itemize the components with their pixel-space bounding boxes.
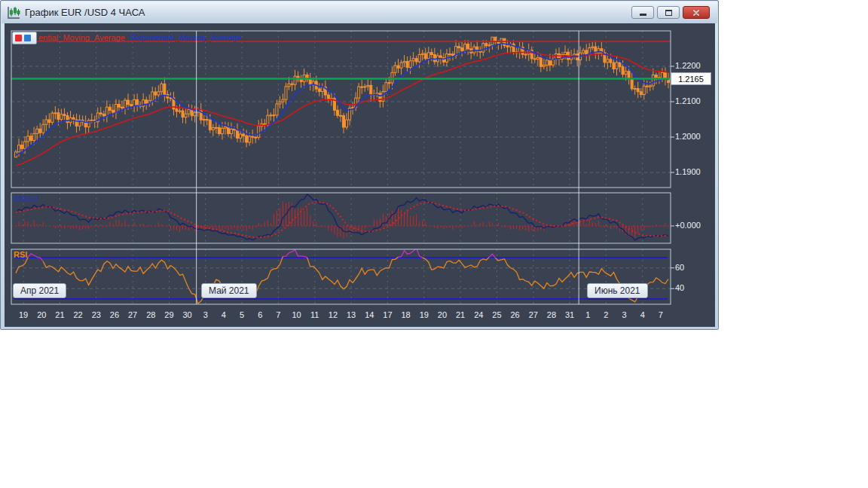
date-axis-label: 19 <box>19 310 28 319</box>
date-axis-label: 29 <box>164 310 173 319</box>
date-axis-label: 1 <box>585 310 590 319</box>
rsi-axis-label: 40 <box>675 283 684 292</box>
date-axis-label: 27 <box>529 310 538 319</box>
chart-client-area: ential_Moving_Average Exponential_Moving… <box>5 23 715 327</box>
candlestick-chart-icon <box>6 5 21 20</box>
window-title: График EUR /USD 4 ЧАСА <box>25 7 145 18</box>
minimize-button[interactable] <box>631 6 654 19</box>
ema-red-chip-icon <box>15 35 22 41</box>
date-axis-label: 18 <box>401 310 410 319</box>
date-axis-label: 10 <box>292 310 301 319</box>
date-axis-label: 27 <box>128 310 137 319</box>
date-axis-label: 23 <box>92 310 101 319</box>
date-axis-label: 11 <box>310 310 319 319</box>
close-button[interactable] <box>683 6 710 19</box>
date-axis-label: 5 <box>240 310 244 319</box>
indicator-legend: ential_Moving_Average Exponential_Moving… <box>38 33 241 42</box>
date-axis-label: 22 <box>73 310 82 319</box>
minimize-icon <box>640 14 646 16</box>
date-axis-label: 6 <box>258 310 262 319</box>
date-axis-label: 13 <box>347 310 356 319</box>
ema-red-label: ential_Moving_Average <box>38 33 125 42</box>
date-axis-label: 17 <box>383 310 392 319</box>
price-axis-label: 1.1900 <box>675 167 701 176</box>
date-axis-label: 19 <box>420 310 429 319</box>
date-axis-label: 20 <box>37 310 46 319</box>
date-axis-label: 25 <box>492 310 501 319</box>
price-axis-label: 1.2200 <box>675 61 701 70</box>
close-icon <box>692 9 700 17</box>
chart-window: График EUR /USD 4 ЧАСА ential_Moving_Ave… <box>0 0 719 330</box>
date-axis-label: 7 <box>659 310 663 319</box>
rsi-panel-label: RSI <box>14 250 27 259</box>
month-label-april: Апр 2021 <box>13 283 66 298</box>
title-bar[interactable]: График EUR /USD 4 ЧАСА <box>2 2 717 23</box>
rsi-axis-label: 60 <box>675 263 684 272</box>
maximize-icon <box>665 10 672 16</box>
date-axis-label: 12 <box>329 310 338 319</box>
date-axis-label: 21 <box>55 310 64 319</box>
date-axis-label: 4 <box>640 310 645 319</box>
date-axis-label: 26 <box>110 310 119 319</box>
price-axis-label: 1.2000 <box>675 132 701 141</box>
date-axis-label: 7 <box>276 310 280 319</box>
current-price-badge: 1.2165 <box>671 72 711 85</box>
date-axis-label: 31 <box>565 310 574 319</box>
date-axis-label: 20 <box>438 310 447 319</box>
maximize-button[interactable] <box>657 6 680 19</box>
price-axis-label: 1.2100 <box>675 96 701 105</box>
month-label-may: Май 2021 <box>201 283 257 298</box>
ema-blue-chip-icon <box>24 35 31 41</box>
date-axis-label: 30 <box>182 310 191 319</box>
macd-panel-label: MACD <box>14 194 38 203</box>
ema-blue-label: Exponential_Moving_Average <box>131 33 241 42</box>
date-axis-label: 21 <box>456 310 465 319</box>
date-axis-label: 28 <box>547 310 556 319</box>
date-axis-label: 14 <box>365 310 374 319</box>
date-axis-label: 3 <box>622 310 627 319</box>
date-axis-label: 24 <box>474 310 483 319</box>
date-axis-label: 3 <box>203 310 208 319</box>
indicator-legend-box[interactable] <box>12 32 37 44</box>
date-axis-label: 2 <box>604 310 608 319</box>
date-axis-label: 4 <box>222 310 226 319</box>
window-buttons <box>631 6 713 19</box>
date-axis-label: 26 <box>510 310 519 319</box>
macd-axis-label: +0.000 <box>675 221 701 230</box>
date-axis-label: 28 <box>146 310 155 319</box>
chart-canvas[interactable] <box>5 23 715 327</box>
month-label-june: Июнь 2021 <box>587 283 648 298</box>
